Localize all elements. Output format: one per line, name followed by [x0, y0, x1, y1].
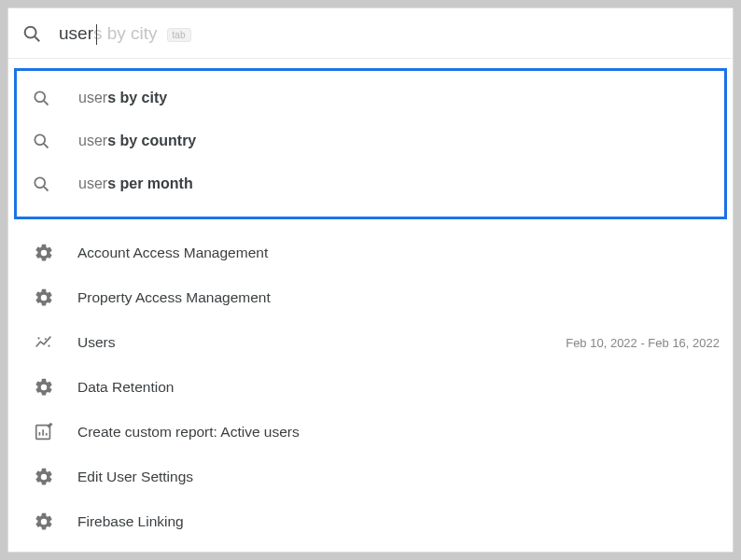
result-label: Edit User Settings [77, 469, 193, 485]
result-item[interactable]: Property Access Management [8, 275, 733, 320]
search-icon [30, 132, 52, 150]
result-label: Users [77, 334, 115, 351]
gear-icon [33, 377, 55, 398]
suggestion-item[interactable]: users by country [17, 119, 724, 162]
svg-point-0 [25, 26, 36, 37]
search-input[interactable]: user s by city tab [59, 23, 191, 44]
suggestion-label: users by city [78, 90, 167, 106]
search-bar[interactable]: user s by city tab [8, 8, 733, 59]
gear-icon [33, 467, 55, 487]
search-icon [21, 23, 42, 44]
other-results-list: Account Access Management Property Acces… [8, 227, 733, 544]
svg-point-8 [37, 337, 39, 339]
svg-point-2 [35, 91, 45, 102]
svg-point-9 [45, 338, 47, 340]
svg-point-4 [35, 134, 45, 145]
svg-line-7 [44, 187, 49, 191]
gear-icon [33, 287, 55, 308]
result-item[interactable]: Data Retention [8, 365, 733, 410]
search-typed-text: user [59, 23, 93, 44]
result-label: Firebase Linking [77, 513, 184, 530]
suggestion-label: users per month [78, 175, 193, 192]
search-icon [30, 175, 52, 193]
search-panel: user s by city tab users by city [7, 7, 734, 553]
result-label: Property Access Management [77, 289, 271, 306]
result-date-range: Feb 10, 2022 - Feb 16, 2022 [566, 336, 721, 350]
svg-line-5 [44, 144, 49, 148]
svg-point-6 [35, 177, 45, 188]
suggestion-item[interactable]: users by city [17, 77, 724, 119]
result-item[interactable]: Firebase Linking [8, 499, 733, 544]
suggestions-highlight-box: users by city users by country users per… [14, 68, 727, 219]
trend-icon [33, 332, 55, 353]
svg-line-1 [35, 36, 39, 41]
result-label: Account Access Management [77, 245, 268, 261]
search-ghost-text: s by city [93, 23, 158, 44]
tab-hint-chip: tab [167, 28, 191, 42]
svg-line-3 [44, 101, 49, 105]
suggestion-item[interactable]: users per month [17, 162, 724, 205]
chart-edit-icon [33, 422, 55, 442]
result-label: Create custom report: Active users [77, 424, 300, 441]
result-label: Data Retention [77, 379, 174, 396]
suggestion-label: users by country [78, 133, 196, 149]
result-item[interactable]: Users Feb 10, 2022 - Feb 16, 2022 [8, 320, 733, 365]
result-item[interactable]: Account Access Management [8, 231, 733, 275]
result-item[interactable]: Edit User Settings [8, 455, 733, 499]
gear-icon [33, 511, 55, 532]
result-item[interactable]: Create custom report: Active users [8, 410, 733, 455]
text-cursor [96, 24, 97, 45]
search-icon [30, 89, 52, 107]
gear-icon [33, 243, 55, 263]
svg-point-10 [48, 345, 49, 347]
